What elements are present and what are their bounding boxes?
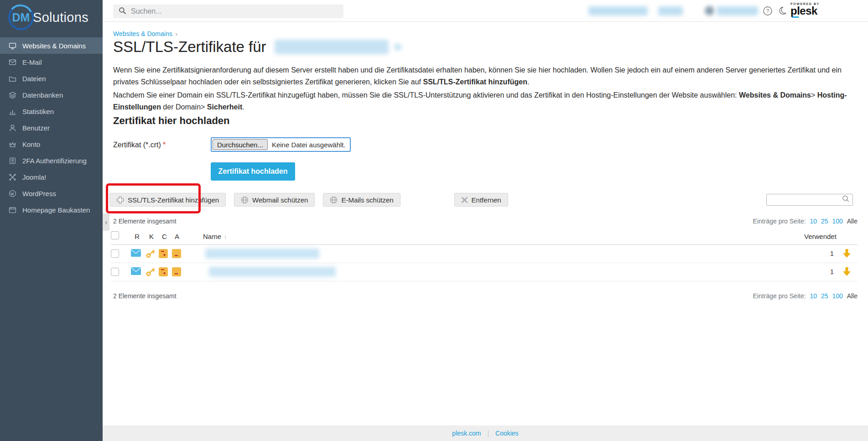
column-header-a: A [175, 233, 179, 240]
redacted-topnav-item-2[interactable] [658, 6, 683, 16]
row-checkbox[interactable] [111, 268, 119, 276]
breadcrumb-link-websites-domains[interactable]: Websites & Domains [113, 30, 172, 37]
footer-plesk-link[interactable]: plesk.com [452, 430, 481, 437]
upload-certificate-button[interactable]: Zertifikat hochladen [211, 162, 295, 181]
certificate-field-label-text: Zertifikat (*.crt) [113, 141, 161, 149]
footer-cookies-link[interactable]: Cookies [495, 430, 519, 437]
sidebar-item-label: Homepage Baukasten [22, 206, 90, 214]
intro-2-gt1: > [811, 91, 817, 99]
private-key-icon [146, 267, 155, 279]
list-filter-input[interactable] [769, 196, 842, 203]
dark-mode-icon[interactable] [777, 6, 787, 16]
remove-label: Entfernen [472, 196, 501, 204]
per-page-10[interactable]: 10 [810, 218, 817, 225]
column-header-name-label: Name [203, 233, 221, 240]
row-checkbox[interactable] [111, 249, 119, 258]
sidebar-item-2fa[interactable]: 2FA Authentifizierung [0, 152, 103, 169]
footer-divider: | [487, 430, 489, 437]
mail-status-icon [131, 249, 141, 259]
intro-1-bold: SSL/TLS-Zertifikat hinzufügen [423, 78, 527, 86]
add-certificate-button[interactable]: SSL/TLS-Zertifikat hinzufügen [109, 193, 226, 207]
sidebar-item-label: Websites & Domains [22, 42, 86, 50]
list-filter-search[interactable] [766, 194, 853, 206]
monitor-icon [9, 42, 16, 50]
per-page-25[interactable]: 25 [821, 292, 828, 300]
intro-1-period: . [527, 78, 529, 86]
mail-status-icon [131, 267, 141, 277]
used-count: 1 [775, 268, 834, 275]
sidebar-item-dateien[interactable]: Dateien [0, 70, 103, 87]
sidebar-item-email[interactable]: E-Mail [0, 54, 103, 70]
remove-x-icon [461, 197, 468, 203]
protect-webmail-button[interactable]: Webmail schützen [234, 193, 315, 207]
per-page-10[interactable]: 10 [810, 292, 817, 300]
column-header-name[interactable]: Name↑ [203, 233, 227, 240]
site-builder-icon [9, 206, 16, 214]
total-items-top: 2 Elemente insgesamt [113, 218, 177, 225]
powered-by-plesk-logo[interactable]: POWERED BY plesk [790, 2, 822, 18]
sidebar-item-label: Dateien [22, 75, 46, 83]
plesk-app: DM Solutions Websites & Domains E-Mail D… [0, 0, 868, 441]
sidebar-item-benutzer[interactable]: Benutzer [0, 119, 103, 136]
column-header-used: Verwendet [804, 233, 837, 240]
sidebar: DM Solutions Websites & Domains E-Mail D… [0, 0, 103, 441]
sidebar-item-label: WordPress [22, 190, 56, 197]
topbar: ? POWERED BY plesk [103, 0, 868, 22]
breadcrumb-separator: › [176, 31, 177, 37]
sidebar-item-joomla[interactable]: Joomla! [0, 169, 103, 185]
certificate-file-input[interactable]: Durchsuchen... Keine Datei ausgewählt. [211, 137, 351, 152]
upload-section-heading: Zertifikat hier hochladen [113, 115, 230, 127]
page-title: SSL/TLS-Zertifikate für [113, 38, 401, 56]
select-all-checkbox[interactable] [111, 231, 119, 239]
page-title-text: SSL/TLS-Zertifikate für [113, 38, 266, 56]
row-divider [111, 281, 858, 281]
column-header-c: C [162, 233, 167, 240]
browse-button[interactable]: Durchsuchen... [213, 139, 268, 150]
protect-emails-button[interactable]: E-Mails schützen [323, 193, 400, 207]
global-search[interactable] [113, 5, 343, 18]
svg-text:DM: DM [12, 11, 30, 24]
sidebar-item-datenbanken[interactable]: Datenbanken [0, 87, 103, 103]
per-page-100[interactable]: 100 [832, 292, 842, 300]
sidebar-item-statistiken[interactable]: Statistiken [0, 103, 103, 119]
redacted-user-menu[interactable] [717, 6, 758, 16]
per-page-all: Alle [847, 218, 858, 225]
search-icon [119, 7, 126, 16]
per-page-label: Einträge pro Seite: [753, 292, 806, 300]
sidebar-item-wordpress[interactable]: WordPress [0, 185, 103, 202]
redacted-certificate-name-link[interactable] [205, 249, 319, 259]
sidebar-collapse-toggle[interactable]: ‹ [103, 213, 109, 231]
help-icon[interactable]: ? [763, 6, 773, 16]
crown-icon [9, 140, 16, 148]
download-arrow-icon[interactable] [843, 249, 851, 259]
joomla-icon [9, 173, 16, 181]
bar-chart-icon [9, 108, 16, 115]
redacted-domain-name [275, 40, 389, 54]
per-page-top: Einträge pro Seite: 10 25 100 Alle [753, 218, 858, 225]
dm-solutions-logo[interactable]: DM Solutions [0, 0, 103, 35]
sidebar-item-label: Statistiken [22, 108, 54, 115]
protect-emails-label: E-Mails schützen [341, 196, 393, 204]
redacted-certificate-name-link[interactable] [209, 267, 336, 277]
redacted-topnav-item-1[interactable] [588, 6, 648, 16]
per-page-100[interactable]: 100 [832, 218, 842, 225]
intro-2-period: . [242, 103, 244, 111]
sidebar-item-konto[interactable]: Konto [0, 136, 103, 152]
layers-icon [9, 91, 16, 99]
intro-2-mid: der Domain [161, 103, 201, 111]
redacted-domain-tail [394, 43, 401, 51]
sidebar-item-websites-domains[interactable]: Websites & Domains [0, 37, 103, 54]
per-page-25[interactable]: 25 [821, 218, 828, 225]
breadcrumb: Websites & Domains› [113, 30, 177, 37]
sidebar-item-homepage-baukasten[interactable]: Homepage Baukasten [0, 202, 103, 218]
global-search-input[interactable] [131, 7, 338, 16]
download-arrow-icon[interactable] [843, 267, 851, 278]
sidebar-item-label: 2FA Authentifizierung [22, 157, 87, 165]
wordpress-icon [9, 190, 16, 197]
table-row: 1 [0, 263, 868, 281]
per-page-label: Einträge pro Seite: [753, 218, 806, 225]
sidebar-item-label: E-Mail [22, 58, 42, 66]
redacted-user-avatar[interactable] [705, 6, 714, 16]
intro-2-bold-sicherheit: Sicherheit [207, 103, 242, 111]
remove-button[interactable]: Entfernen [454, 193, 508, 207]
